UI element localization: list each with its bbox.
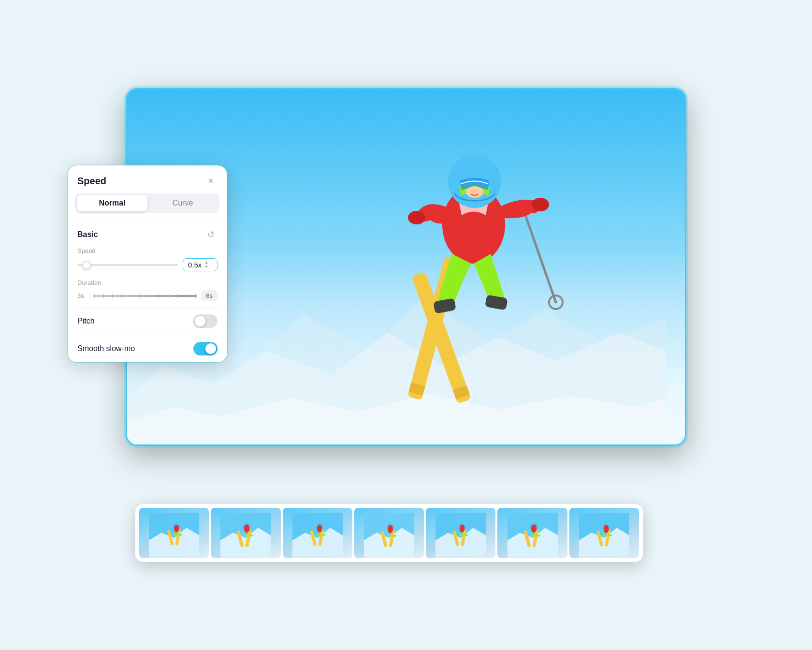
tab-curve[interactable]: Curve	[147, 195, 218, 211]
reset-button[interactable]: ↺	[204, 228, 218, 241]
timeline-thumb-2[interactable]	[211, 508, 280, 558]
svg-point-9	[408, 211, 425, 224]
duration-label: Duration	[77, 279, 218, 286]
tick	[195, 294, 196, 298]
svg-rect-8	[485, 295, 508, 310]
timeline-thumb-6[interactable]	[497, 508, 567, 558]
svg-point-22	[244, 525, 249, 533]
svg-point-42	[531, 525, 536, 533]
tick	[112, 294, 113, 298]
tick	[159, 294, 160, 298]
tick	[140, 294, 141, 298]
speed-input-box[interactable]: 0.5x ▲ ▼	[183, 258, 218, 271]
svg-point-17	[174, 525, 179, 532]
pitch-label: Pitch	[77, 317, 95, 325]
timeline-thumb-4[interactable]	[354, 508, 424, 558]
smooth-label: Smooth slow-mo	[77, 344, 135, 353]
speed-steppers[interactable]: ▲ ▼	[204, 261, 208, 269]
speed-label: Speed	[77, 247, 218, 254]
tick	[177, 294, 178, 298]
svg-point-12	[466, 186, 483, 198]
speed-up-arrow[interactable]: ▲	[204, 261, 208, 265]
tick	[94, 294, 95, 298]
timeline-thumb-5[interactable]	[426, 508, 495, 558]
section-basic-label: Basic	[77, 230, 98, 239]
speed-panel: Speed × Normal Curve Basic ↺ Speed 0.5x	[68, 165, 227, 362]
tick	[121, 294, 122, 298]
duration-end: 6s	[201, 290, 218, 301]
duration-start: 3s	[77, 292, 89, 299]
smooth-toggle-knob	[205, 343, 216, 354]
timeline-strip	[135, 504, 643, 562]
pitch-row: Pitch	[68, 308, 227, 335]
smooth-row: Smooth slow-mo	[68, 335, 227, 362]
svg-point-47	[604, 525, 609, 533]
pitch-toggle-knob	[195, 316, 205, 326]
tab-normal[interactable]: Normal	[77, 195, 147, 211]
timeline-thumb-1[interactable]	[139, 508, 209, 558]
speed-slider-track[interactable]	[77, 264, 178, 266]
tick	[186, 294, 187, 298]
tab-bar: Normal Curve	[75, 193, 219, 213]
speed-slider-thumb[interactable]	[82, 261, 91, 269]
svg-point-32	[388, 525, 393, 533]
speed-value: 0.5x	[188, 261, 202, 269]
tick	[103, 294, 104, 298]
close-button[interactable]: ×	[204, 174, 218, 188]
smooth-toggle[interactable]	[193, 342, 218, 355]
svg-point-37	[460, 525, 465, 532]
duration-slider[interactable]	[93, 295, 197, 297]
tick	[149, 294, 150, 298]
svg-line-4	[522, 206, 556, 302]
pitch-toggle[interactable]	[193, 314, 218, 328]
svg-point-10	[532, 198, 549, 211]
tick	[130, 294, 131, 298]
tick	[168, 294, 169, 298]
svg-point-27	[317, 525, 322, 532]
panel-title: Speed	[77, 176, 106, 187]
speed-down-arrow[interactable]: ▼	[204, 265, 208, 269]
timeline-thumb-3[interactable]	[283, 508, 352, 558]
timeline-thumb-7[interactable]	[569, 508, 639, 558]
